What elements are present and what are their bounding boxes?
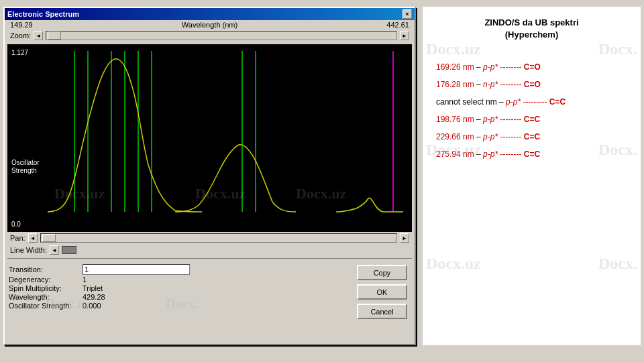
wavelength-max: 442.61	[386, 21, 409, 29]
zoom-left-arrow[interactable]: ◄	[34, 31, 43, 40]
entry-1: 169.26 nm – p-p* -------- C=O	[436, 61, 627, 73]
dialog-title: Electronic Spectrum	[7, 10, 402, 18]
copy-button[interactable]: Copy	[357, 265, 407, 280]
svg-text:1.127: 1.127	[11, 49, 28, 56]
entry-2: 176.28 nm – n-p* -------- C=O	[436, 78, 627, 90]
svg-text:Docx.uz: Docx.uz	[195, 185, 246, 202]
wavelength-row: Wavelength: 429.28	[9, 293, 350, 301]
divider	[7, 258, 412, 259]
svg-rect-0	[7, 44, 412, 232]
pan-right-arrow[interactable]: ►	[400, 233, 409, 243]
ok-button[interactable]: OK	[357, 284, 407, 300]
info-section: Transition: Degeneracy: 1 Spin Multiplic…	[9, 263, 350, 310]
spectrum-entries: 169.26 nm – p-p* -------- C=O 176.28 nm …	[436, 61, 627, 160]
pan-thumb[interactable]	[42, 234, 56, 242]
wavelength-bar: 149.29 Wavelength (nm) 442.61	[7, 20, 412, 29]
oscillator-row: Oscillator Strength: 0.000	[9, 302, 350, 310]
pan-bar: Pan: ◄ ►	[7, 232, 412, 244]
transition-row: Transition:	[9, 264, 350, 275]
spin-value: Triplet	[83, 284, 103, 292]
spectrum-display: 1.127 Oscillator Strength 0.0 Docx.uz	[7, 44, 412, 232]
close-button[interactable]: ×	[402, 9, 412, 19]
bottom-panel: Transition: Degeneracy: 1 Spin Multiplic…	[5, 261, 415, 322]
degeneracy-label: Degeneracy:	[9, 276, 83, 284]
right-title: ZINDO/S da UB spektri (Hyperchem)	[436, 17, 627, 41]
spectrum-svg: 1.127 Oscillator Strength 0.0 Docx.uz	[7, 44, 412, 232]
cancel-button[interactable]: Cancel	[357, 304, 407, 319]
spin-label: Spin Multiplicity:	[9, 284, 83, 292]
wavelength-min: 149.29	[10, 21, 33, 29]
svg-text:Strength: Strength	[11, 167, 37, 174]
oscillator-value: 0.000	[83, 302, 101, 310]
right-watermark-6: Docx.	[598, 255, 637, 273]
spin-row: Spin Multiplicity: Triplet	[9, 284, 350, 292]
wavelength-info-label: Wavelength:	[9, 293, 83, 301]
buttons-section: Copy OK Cancel	[357, 263, 411, 319]
svg-text:Docx.uz: Docx.uz	[296, 185, 346, 202]
svg-text:Oscillator: Oscillator	[11, 159, 40, 166]
entry-6: 275.94 nm – p-p* -------- C=C	[436, 148, 627, 160]
linewidth-label: Line Width:	[10, 246, 47, 254]
title-bar: Electronic Spectrum ×	[5, 8, 415, 20]
electronic-spectrum-dialog: Electronic Spectrum × 149.29 Wavelength …	[3, 7, 416, 345]
degeneracy-row: Degeneracy: 1	[9, 276, 350, 284]
oscillator-label: Oscillator Strength:	[9, 302, 83, 310]
wavelength-info-value: 429.28	[83, 293, 105, 301]
linewidth-bar: Line Width: ◄	[7, 244, 412, 256]
entry-4: 198.76 nm – p-p* -------- C=C	[436, 113, 627, 125]
zoom-bar: Zoom: ◄ ►	[7, 29, 412, 42]
lw-left-arrow[interactable]: ◄	[50, 245, 59, 255]
linewidth-thumb[interactable]	[62, 246, 76, 254]
zoom-track[interactable]	[46, 31, 397, 40]
svg-text:Docx.uz: Docx.uz	[54, 185, 105, 202]
pan-left-arrow[interactable]: ◄	[28, 233, 38, 243]
entry-5: 229.66 nm – p-p* -------- C=C	[436, 131, 627, 143]
pan-label: Pan:	[10, 234, 25, 242]
zoom-label: Zoom:	[10, 32, 31, 40]
right-watermark-1: Docx.uz	[426, 40, 481, 58]
entry-3: cannot select nm – p-p* --------- C=C	[436, 96, 627, 108]
svg-text:0.0: 0.0	[11, 221, 21, 228]
right-watermark-5: Docx.uz	[426, 255, 481, 273]
zoom-thumb[interactable]	[48, 32, 61, 40]
pan-track[interactable]	[40, 233, 397, 243]
right-panel: Docx.uz Docx. Docx.uz Docx. Docx.uz Docx…	[423, 7, 641, 345]
transition-input[interactable]	[83, 264, 190, 275]
transition-label: Transition:	[9, 265, 83, 274]
degeneracy-value: 1	[83, 276, 87, 284]
wavelength-label: Wavelength (nm)	[33, 21, 387, 29]
zoom-right-arrow[interactable]: ►	[400, 31, 409, 40]
right-watermark-2: Docx.	[598, 40, 637, 58]
